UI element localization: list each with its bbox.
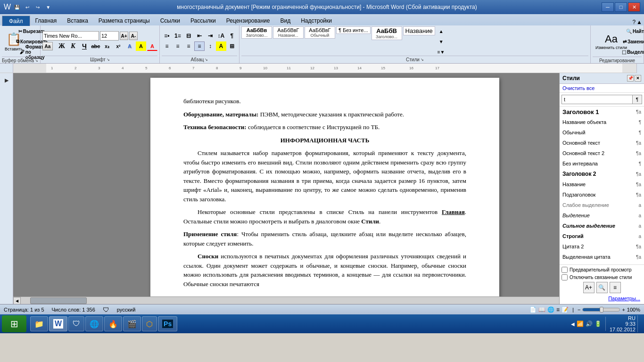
styles-panel-close[interactable]: ✕: [635, 75, 641, 82]
clear-formatting[interactable]: Aa: [42, 42, 53, 50]
find-button[interactable]: 🔍 Найти: [631, 26, 642, 36]
text-effects-button[interactable]: A: [124, 41, 135, 51]
params-button[interactable]: Параметры...: [561, 295, 642, 296]
line-spacing-button[interactable]: ↕: [205, 41, 215, 51]
new-style-button[interactable]: A+: [583, 282, 594, 293]
show-desktop-button[interactable]: [637, 315, 640, 332]
quick-save[interactable]: 💾: [13, 3, 21, 11]
zoom-thumb[interactable]: [600, 307, 603, 313]
styles-scroll-up[interactable]: ▲: [436, 26, 446, 36]
scroll-left-button[interactable]: ◀: [13, 297, 21, 304]
styles-search-input[interactable]: [561, 95, 633, 104]
tray-arrow[interactable]: ◀: [571, 321, 575, 327]
shading-button[interactable]: A: [216, 41, 226, 51]
list-item[interactable]: Основной текст 2 ¶a: [560, 148, 644, 158]
zoom-in-button[interactable]: +: [622, 307, 625, 313]
numbering-button[interactable]: 1≡: [173, 31, 183, 41]
style-name[interactable]: АаБбВвГ Названи...: [273, 26, 304, 39]
align-right-button[interactable]: ≡: [183, 41, 194, 51]
taskbar-item-media[interactable]: 🎬: [123, 316, 141, 331]
zoom-slider[interactable]: [582, 308, 620, 312]
manage-styles-button[interactable]: ≡: [610, 282, 621, 293]
list-item[interactable]: Заголовок 2 ¶a: [560, 169, 644, 179]
multilevel-list-button[interactable]: ⊟: [183, 31, 194, 41]
list-item[interactable]: Строгий a: [560, 231, 644, 241]
close-button[interactable]: ✕: [628, 2, 640, 12]
list-item[interactable]: Название объекта ¶: [560, 117, 644, 127]
clipboard-expand-icon[interactable]: ↘: [35, 58, 38, 63]
restore-button[interactable]: □: [615, 2, 627, 12]
list-item[interactable]: Название ¶a: [560, 179, 644, 189]
styles-scroll-down[interactable]: ▼: [436, 37, 446, 46]
underline-button[interactable]: Ч: [79, 41, 90, 51]
hscroll-thumb[interactable]: [30, 297, 87, 304]
taskbar-item-ps[interactable]: Ps: [158, 316, 177, 331]
list-item[interactable]: Подзаголовок ¶a: [560, 189, 644, 200]
clear-all-button[interactable]: Очистить все: [560, 84, 644, 93]
view-outline-icon[interactable]: ≡: [556, 306, 560, 313]
bold-button[interactable]: Ж: [57, 41, 67, 51]
font-size-input[interactable]: [100, 31, 119, 41]
taskbar-item-firefox[interactable]: 🔥: [104, 316, 122, 331]
paragraph-expand-icon[interactable]: ↘: [205, 58, 208, 62]
taskbar-item-flash[interactable]: ⬡: [142, 316, 157, 331]
borders-button[interactable]: ⊞: [227, 41, 237, 51]
list-item[interactable]: Сильное выделение a: [560, 221, 644, 231]
quick-undo[interactable]: ↩: [23, 3, 32, 11]
document-area[interactable]: библиотеки рисунков. Оборудование, матер…: [13, 73, 636, 296]
list-item[interactable]: Выделение a: [560, 210, 644, 221]
list-item[interactable]: Обычный ¶: [560, 127, 644, 138]
tab-mailings[interactable]: Рассылки: [185, 15, 221, 25]
ribbon-minimize[interactable]: ▲: [636, 19, 642, 25]
view-draft-icon[interactable]: 📝: [561, 306, 569, 313]
style-title[interactable]: Название: [403, 26, 435, 35]
show-formatting-button[interactable]: ¶: [227, 31, 237, 41]
view-reader-icon[interactable]: 📖: [538, 306, 545, 313]
quick-redo[interactable]: ↪: [33, 3, 42, 11]
tab-addins[interactable]: Надстройки: [296, 15, 337, 25]
font-size-decrease[interactable]: A-: [129, 32, 138, 40]
zoom-out-button[interactable]: −: [578, 307, 580, 313]
list-item[interactable]: Выделенная цитата ¶a: [560, 252, 644, 262]
view-web-icon[interactable]: 🌐: [547, 306, 554, 313]
font-color-button[interactable]: A: [147, 41, 157, 51]
list-item[interactable]: Цитата 2 ¶a: [560, 241, 644, 252]
ribbon-help[interactable]: ?: [632, 19, 636, 25]
minimize-button[interactable]: ─: [602, 2, 614, 12]
decrease-indent-button[interactable]: ⇤: [194, 31, 205, 41]
font-name-input[interactable]: [42, 31, 99, 41]
taskbar-item-explorer[interactable]: 📁: [30, 316, 48, 331]
style-heading2[interactable]: АаБбВ Заголово...: [372, 26, 402, 40]
replace-button[interactable]: ⇄ Заменить: [631, 37, 642, 46]
hscroll-track[interactable]: [21, 297, 629, 304]
styles-more[interactable]: ≡▼: [436, 47, 446, 56]
justify-button[interactable]: ≡: [194, 41, 205, 51]
left-sidebar-btn[interactable]: ▶: [1, 75, 12, 85]
styles-expand-icon[interactable]: ↘: [421, 58, 424, 62]
increase-indent-button[interactable]: ⇥: [205, 31, 215, 41]
format-painter-button[interactable]: 🖌 Формат по образцу: [27, 47, 37, 57]
style-inspector-button[interactable]: 🔍: [596, 282, 608, 293]
select-button[interactable]: ⬚ Выделить: [631, 47, 642, 57]
bullets-button[interactable]: ≡•: [162, 31, 172, 41]
italic-button[interactable]: К: [68, 41, 78, 51]
superscript-button[interactable]: x²: [113, 41, 124, 51]
view-normal-icon[interactable]: 📄: [529, 306, 537, 313]
quick-dropdown[interactable]: ▼: [44, 3, 52, 11]
start-button[interactable]: ⊞: [2, 315, 26, 332]
strikethrough-button[interactable]: abc: [91, 41, 101, 51]
list-item[interactable]: Без интервала ¶: [560, 158, 644, 169]
list-item[interactable]: Заголовок 1 ¶a: [560, 107, 644, 117]
list-item[interactable]: Основной текст ¶a: [560, 138, 644, 148]
list-item[interactable]: Слабое выделение a: [560, 200, 644, 210]
tab-home[interactable]: Главная: [30, 15, 62, 25]
font-size-increase[interactable]: A+: [120, 32, 128, 40]
taskbar-item-browser[interactable]: 🌐: [85, 316, 103, 331]
preview-checkbox[interactable]: [561, 267, 568, 273]
text-highlight-button[interactable]: A: [136, 41, 146, 51]
tab-insert[interactable]: Вставка: [62, 15, 93, 25]
style-normal[interactable]: АаБбВвГ Обычный: [305, 26, 335, 39]
disable-linked-checkbox[interactable]: [561, 274, 568, 280]
cut-button[interactable]: ✂ Вырезать: [27, 26, 37, 36]
styles-panel-pin[interactable]: 📌: [627, 75, 634, 82]
